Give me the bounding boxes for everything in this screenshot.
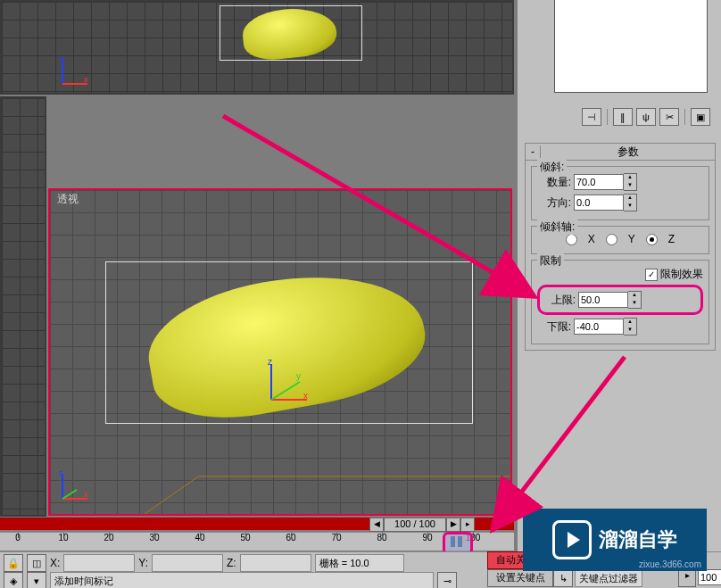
ruler-tick: 50: [232, 533, 259, 551]
pin-icon[interactable]: ⊣: [582, 108, 601, 126]
material-preview[interactable]: [554, 0, 708, 93]
coord-y-label: Y:: [138, 557, 148, 569]
axis-gizmo-corner: zx: [57, 468, 93, 507]
qty-input[interactable]: [574, 174, 624, 190]
set-key-button[interactable]: 设置关键点: [487, 569, 553, 587]
svg-text:z: z: [59, 54, 63, 62]
lock-icon[interactable]: 🔒: [4, 554, 23, 572]
frame-counter: 100 / 100: [384, 518, 446, 532]
ruler-tick: 20: [95, 533, 122, 551]
scissors-icon[interactable]: ✂: [659, 108, 679, 126]
axis-z-label: Z: [668, 233, 675, 245]
upper-spinner[interactable]: ▲▼: [628, 291, 642, 309]
upper-label: 上限:: [542, 293, 576, 308]
svg-text:x: x: [84, 75, 88, 84]
svg-text:y: y: [296, 371, 301, 381]
cube-icon[interactable]: ◫: [27, 554, 46, 572]
move-gizmo[interactable]: z x y: [264, 360, 318, 413]
dir-spinner[interactable]: ▲▼: [624, 194, 637, 211]
coord-x-label: X:: [50, 557, 60, 569]
axis-y-radio[interactable]: [606, 234, 617, 245]
scroll-end-icon[interactable]: ▸: [460, 518, 475, 532]
frame-input[interactable]: [698, 569, 721, 585]
key-icon[interactable]: ⊸: [437, 572, 457, 588]
scroll-left-icon[interactable]: ◀: [369, 518, 384, 532]
group-axis-label: 倾斜轴:: [537, 219, 577, 235]
dir-label: 方向:: [537, 195, 571, 211]
svg-line-6: [271, 382, 300, 400]
watermark: 溜溜自学 zixue.3d66.com: [523, 509, 707, 571]
coord-z-field[interactable]: [240, 554, 311, 572]
group-tilt-label: 倾斜:: [537, 160, 567, 175]
coord-x-field[interactable]: [63, 554, 135, 572]
fork-icon[interactable]: ψ: [636, 108, 656, 126]
axis-z-radio[interactable]: [646, 234, 658, 245]
ruler-tick: 70: [323, 533, 350, 551]
rollout-title: 参数: [541, 145, 715, 160]
watermark-text: 溜溜自学: [599, 526, 677, 553]
coord-z-label: Z:: [227, 557, 236, 569]
group-axis: 倾斜轴: X Y Z: [531, 226, 709, 254]
limit-effect-label: 限制效果: [660, 267, 703, 282]
add-time-marker[interactable]: 添加时间标记: [50, 572, 434, 588]
lower-label: 下限:: [537, 319, 571, 335]
tag-icon[interactable]: ◈: [4, 572, 23, 588]
ruler-tick: 90: [414, 533, 441, 551]
svg-text:x: x: [303, 391, 308, 401]
grid-readout: 栅格 = 10.0: [315, 554, 404, 572]
qty-spinner[interactable]: ▲▼: [624, 173, 637, 191]
window-icon[interactable]: ▣: [691, 108, 710, 126]
goto-icon[interactable]: ▸: [678, 569, 696, 587]
svg-line-12: [62, 490, 77, 499]
viewport-top[interactable]: zx: [0, 0, 514, 95]
watermark-url: zixue.3d66.com: [639, 559, 701, 569]
scroll-right-icon[interactable]: ▶: [446, 518, 460, 532]
dropdown-icon[interactable]: ▾: [27, 572, 46, 588]
ruler-tick: 0: [4, 533, 31, 551]
ruler-tick: 40: [186, 533, 213, 551]
lower-input[interactable]: [574, 319, 624, 335]
viewport-label: 透视: [57, 192, 79, 207]
lower-spinner[interactable]: ▲▼: [624, 318, 637, 335]
group-limit-label: 限制: [537, 253, 564, 269]
watermark-play-icon: [552, 520, 592, 559]
key-mode-icon[interactable]: ↳: [553, 569, 573, 587]
svg-text:z: z: [59, 468, 63, 477]
limit-effect-checkbox[interactable]: ✓: [645, 269, 658, 281]
ruler-tick: 30: [141, 533, 168, 551]
axis-gizmo-top: zx: [57, 54, 93, 92]
group-tilt: 倾斜: 数量: ▲▼ 方向: ▲▼: [531, 166, 709, 220]
ruler-tick: 10: [50, 533, 77, 551]
pause-icon[interactable]: ‖: [613, 108, 633, 126]
upper-input[interactable]: [578, 292, 628, 308]
group-limit: 限制 ✓ 限制效果 上限: ▲▼ 下限: ▲▼: [531, 260, 709, 344]
qty-label: 数量:: [537, 175, 571, 190]
viewport-left[interactable]: [0, 96, 46, 517]
command-panel: ⊣ ‖ ψ ✂ ▣ - 参数 倾斜: 数量: ▲▼ 方向: ▲▼: [518, 0, 721, 588]
viewport-perspective[interactable]: 透视 z x y zx: [48, 188, 512, 516]
rollout-params: - 参数 倾斜: 数量: ▲▼ 方向: ▲▼ 倾斜轴: X Y Z: [525, 143, 716, 351]
coord-y-field[interactable]: [152, 554, 223, 572]
key-filter-button[interactable]: 关键点过滤器: [575, 569, 642, 587]
axis-x-radio[interactable]: [566, 234, 577, 245]
upper-limit-highlight: 上限: ▲▼: [537, 285, 703, 315]
svg-text:z: z: [268, 360, 272, 367]
timeline-ruler[interactable]: 0102030405060708090100: [0, 532, 514, 551]
rollout-collapse-icon[interactable]: -: [526, 145, 541, 158]
ruler-tick: 80: [369, 533, 395, 551]
ruler-tick: 60: [278, 533, 304, 551]
axis-x-label: X: [588, 233, 595, 245]
svg-text:x: x: [84, 490, 88, 499]
axis-y-label: Y: [628, 233, 635, 245]
dir-input[interactable]: [574, 195, 624, 211]
